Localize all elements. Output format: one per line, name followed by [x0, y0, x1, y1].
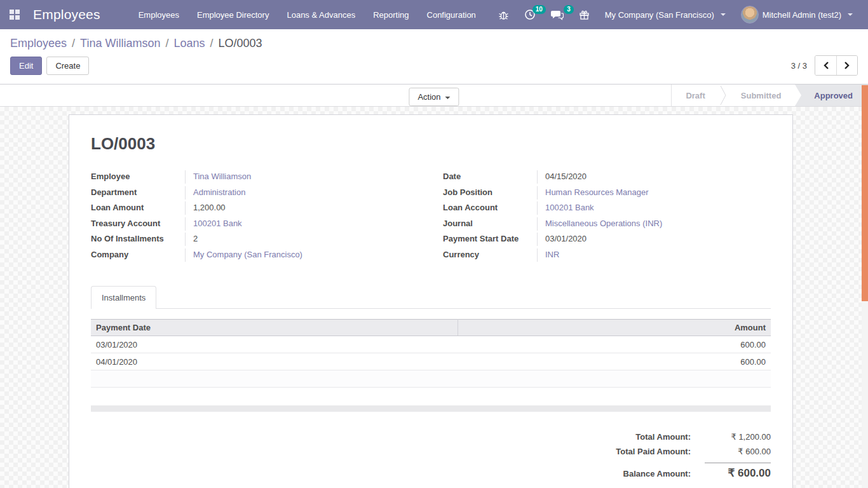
tab-installments[interactable]: Installments	[91, 286, 156, 309]
amount-cell[interactable]: 600.00	[458, 353, 771, 370]
field-date: Date 04/15/2020	[443, 170, 771, 186]
department-link[interactable]: Administration	[185, 186, 419, 200]
balance-amount-row: Balance Amount: ₹ 600.00	[623, 459, 771, 482]
breadcrumb-current: LO/0003	[219, 37, 262, 50]
avatar	[741, 6, 759, 24]
field-loan-amount: Loan Amount 1,200.00	[91, 201, 419, 217]
column-header-payment-date[interactable]: Payment Date	[91, 320, 458, 336]
message-count-badge: 3	[564, 5, 574, 14]
payment-date-cell[interactable]: 04/01/2020	[91, 353, 458, 370]
chevron-down-icon	[848, 13, 853, 16]
employee-link[interactable]: Tina Williamson	[185, 170, 419, 184]
table-row[interactable]: 03/01/2020 600.00	[91, 336, 771, 353]
total-paid-amount-row: Total Paid Amount: ₹ 600.00	[616, 444, 771, 459]
control-panel: Employees/Tina Williamson/Loans/LO/0003 …	[0, 29, 868, 85]
menu-item-configuration[interactable]: Configuration	[419, 5, 484, 25]
form-view-background: LO/0003 Employee Tina Williamson Departm…	[0, 107, 868, 488]
date-value: 04/15/2020	[537, 170, 771, 184]
loan-account-link[interactable]: 100201 Bank	[537, 201, 771, 215]
totals-section: Total Amount: ₹ 1,200.00 Total Paid Amou…	[91, 430, 771, 482]
pager-value: 3 / 3	[791, 61, 807, 71]
menu-item-employee-directory[interactable]: Employee Directory	[189, 5, 276, 25]
table-empty-row	[91, 370, 771, 388]
apps-menu-icon[interactable]	[5, 5, 24, 24]
field-department: Department Administration	[91, 186, 419, 202]
chevron-down-icon	[445, 97, 451, 99]
notebook: Installments Payment Date Amount 03/01/2…	[91, 285, 771, 412]
field-loan-account: Loan Account 100201 Bank	[443, 201, 771, 217]
navbar-right: 10 3 My Company (San Francisco) Mitchell…	[493, 2, 858, 27]
breadcrumb-loans[interactable]: Loans	[173, 37, 205, 50]
company-link[interactable]: My Company (San Francisco)	[185, 248, 419, 262]
field-job-position: Job Position Human Resources Manager	[443, 186, 771, 202]
gift-icon[interactable]	[574, 6, 595, 24]
main-menu: Employees Employee Directory Loans & Adv…	[131, 5, 484, 25]
create-button[interactable]: Create	[46, 57, 89, 75]
vertical-scrollbar-track[interactable]	[862, 85, 868, 488]
activity-count-badge: 10	[532, 5, 546, 14]
installments-table: Payment Date Amount 03/01/2020 600.00 04…	[91, 319, 771, 388]
menu-item-reporting[interactable]: Reporting	[365, 5, 416, 25]
chevron-down-icon	[721, 13, 726, 16]
payment-start-date-value: 03/01/2020	[537, 233, 771, 246]
field-no-of-installments: No Of Installments 2	[91, 233, 419, 248]
total-amount-row: Total Amount: ₹ 1,200.00	[635, 430, 771, 444]
company-switcher[interactable]: My Company (San Francisco)	[600, 6, 731, 24]
activities-clock-icon[interactable]: 10	[519, 5, 541, 24]
total-paid-amount-value: ₹ 600.00	[705, 447, 771, 456]
field-currency: Currency INR	[443, 248, 771, 264]
field-grid: Employee Tina Williamson Department Admi…	[91, 170, 771, 264]
field-company: Company My Company (San Francisco)	[91, 248, 419, 264]
payment-date-cell[interactable]: 03/01/2020	[91, 336, 458, 353]
field-treasury-account: Treasury Account 100201 Bank	[91, 217, 419, 233]
status-step-submitted[interactable]: Submitted	[727, 85, 796, 106]
installments-count-value: 2	[185, 233, 419, 246]
table-row[interactable]: 04/01/2020 600.00	[91, 353, 771, 370]
app-brand[interactable]: Employees	[33, 7, 100, 22]
job-position-link[interactable]: Human Resources Manager	[537, 186, 771, 200]
total-amount-value: ₹ 1,200.00	[705, 432, 771, 442]
table-footer-bar	[91, 405, 771, 412]
column-header-amount[interactable]: Amount	[458, 320, 771, 336]
top-navbar: Employees Employees Employee Directory L…	[0, 0, 868, 29]
breadcrumb-employees[interactable]: Employees	[10, 37, 67, 50]
edit-button[interactable]: Edit	[10, 57, 42, 75]
status-step-approved[interactable]: Approved	[795, 85, 868, 106]
messages-chat-icon[interactable]: 3	[546, 5, 569, 24]
record-title: LO/0003	[91, 134, 771, 154]
breadcrumb: Employees/Tina Williamson/Loans/LO/0003	[0, 29, 868, 53]
journal-link[interactable]: Miscellaneous Operations (INR)	[537, 217, 771, 231]
statusbar-chevron-icon	[719, 85, 727, 106]
debug-bug-icon[interactable]	[493, 6, 514, 24]
amount-cell[interactable]: 600.00	[458, 336, 771, 353]
user-menu[interactable]: Mitchell Admin (test2)	[736, 2, 858, 27]
currency-link[interactable]: INR	[537, 248, 771, 262]
treasury-account-link[interactable]: 100201 Bank	[185, 217, 419, 231]
field-journal: Journal Miscellaneous Operations (INR)	[443, 217, 771, 233]
pager-next-button[interactable]	[836, 56, 857, 75]
menu-item-employees[interactable]: Employees	[131, 5, 187, 25]
loan-amount-value: 1,200.00	[185, 201, 419, 215]
breadcrumb-tina-williamson[interactable]: Tina Williamson	[80, 37, 160, 50]
vertical-scrollbar-thumb[interactable]	[862, 85, 868, 301]
field-payment-start-date: Payment Start Date 03/01/2020	[443, 233, 771, 248]
balance-amount-value: ₹ 600.00	[705, 463, 771, 480]
action-dropdown-button[interactable]: Action	[409, 88, 459, 106]
tab-bar: Installments	[91, 285, 771, 309]
form-sheet: LO/0003 Employee Tina Williamson Departm…	[69, 114, 793, 488]
menu-item-loans-advances[interactable]: Loans & Advances	[279, 5, 363, 25]
pager-previous-button[interactable]	[815, 56, 836, 75]
field-employee: Employee Tina Williamson	[91, 170, 419, 186]
status-step-draft[interactable]: Draft	[672, 85, 719, 106]
